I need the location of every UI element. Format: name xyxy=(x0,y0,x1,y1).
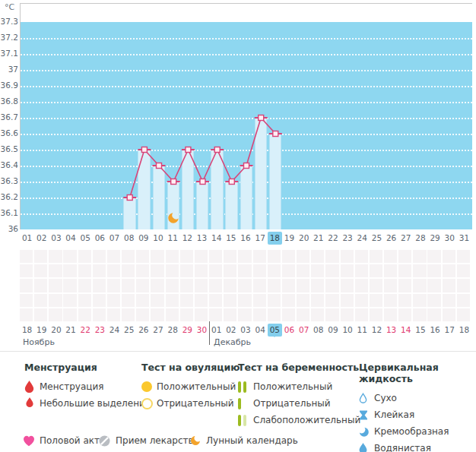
cycle-day-cell[interactable]: 04 xyxy=(63,232,78,245)
month-label-december: Декабрь xyxy=(214,337,251,347)
calendar-date-cell[interactable]: 03 xyxy=(238,324,252,337)
calendar-date-cell[interactable]: 10 xyxy=(341,324,355,337)
calendar-date-cell[interactable]: 22 xyxy=(78,324,93,337)
temp-point-marker[interactable] xyxy=(186,147,191,153)
calendar-date-cell[interactable]: 19 xyxy=(34,324,49,337)
legend-item: Водянистая xyxy=(359,440,476,452)
y-tick-label: 36.9 xyxy=(0,81,18,90)
cycle-day-cell[interactable]: 30 xyxy=(443,232,457,245)
legend-section-1: МенструацияМенструацияНебольшие выделени… xyxy=(24,362,151,412)
cycle-day-cell[interactable]: 07 xyxy=(107,232,122,245)
cycle-day-cell[interactable]: 11 xyxy=(166,232,180,245)
calendar-date-cell[interactable]: 08 xyxy=(311,324,325,337)
calendar-date-cell[interactable]: 21 xyxy=(63,324,78,337)
calendar-date-cell[interactable]: 01 xyxy=(209,324,224,337)
calendar-date-cell[interactable]: 24 xyxy=(107,324,122,337)
calendar-date-cell[interactable]: 05 xyxy=(268,324,282,337)
legend-item: Положительный xyxy=(238,378,360,395)
cycle-day-cell[interactable]: 28 xyxy=(413,232,427,245)
calendar-date-cell[interactable]: 27 xyxy=(151,324,165,337)
cycle-day-cell[interactable]: 02 xyxy=(34,232,49,245)
y-tick-label: 37.1 xyxy=(0,49,18,58)
cycle-day-cell[interactable]: 09 xyxy=(136,232,151,245)
calendar-date-cell[interactable]: 07 xyxy=(297,324,311,337)
cycle-day-cell[interactable]: 13 xyxy=(195,232,209,245)
cycle-day-cell[interactable]: 24 xyxy=(355,232,370,245)
calendar-date-cell[interactable]: 17 xyxy=(443,324,457,337)
cycle-day-cell[interactable]: 31 xyxy=(457,232,471,245)
cycle-day-cell[interactable]: 08 xyxy=(122,232,136,245)
cycle-day-cell[interactable]: 27 xyxy=(398,232,413,245)
legend-item: Слабоположительный xyxy=(238,412,360,428)
cycle-day-cell[interactable]: 19 xyxy=(282,232,297,245)
cycle-day-cell[interactable]: 20 xyxy=(297,232,311,245)
calendar-date-cell[interactable]: 25 xyxy=(122,324,136,337)
month-label-november: Ноябрь xyxy=(23,337,55,347)
calendar-date-cell[interactable]: 04 xyxy=(253,324,268,337)
temp-point-marker[interactable] xyxy=(214,147,220,153)
legend-section-title: Цервикальная жидкость xyxy=(359,362,476,384)
calendar-date-cell[interactable]: 28 xyxy=(166,324,180,337)
legend-extra-item: Половой акт xyxy=(23,433,100,448)
temp-point-marker[interactable] xyxy=(259,115,264,121)
calendar-date-cell[interactable]: 12 xyxy=(370,324,384,337)
cycle-day-cell[interactable]: 06 xyxy=(93,232,107,245)
calendar-date-cell[interactable]: 29 xyxy=(180,324,195,337)
temp-point-marker[interactable] xyxy=(127,195,132,201)
calendar-date-cell[interactable]: 15 xyxy=(413,324,427,337)
calendar-date-cell[interactable]: 02 xyxy=(224,324,238,337)
calendar-date-cell[interactable]: 18 xyxy=(457,324,471,337)
temp-point-marker[interactable] xyxy=(141,147,147,153)
legend-item-label: Менструация xyxy=(40,381,103,392)
temp-point-marker[interactable] xyxy=(273,131,278,137)
cycle-day-cell[interactable]: 17 xyxy=(253,232,268,245)
legend-item-label: Прием лекарств xyxy=(116,435,194,446)
calendar-date-cell[interactable]: 23 xyxy=(93,324,107,337)
cycle-day-cell[interactable]: 14 xyxy=(209,232,224,245)
lunar-calendar-moon-icon xyxy=(189,435,206,447)
cycle-day-cell[interactable]: 25 xyxy=(370,232,384,245)
calendar-date-cell[interactable]: 11 xyxy=(355,324,370,337)
calendar-date-cell[interactable]: 16 xyxy=(428,324,443,337)
calendar-date-cell[interactable]: 06 xyxy=(282,324,297,337)
calendar-date-cell[interactable]: 09 xyxy=(325,324,340,337)
calendar-date-cell[interactable]: 30 xyxy=(195,324,209,337)
temp-point-marker[interactable] xyxy=(200,179,205,185)
temperature-line xyxy=(21,4,472,229)
calendar-date-cell[interactable]: 26 xyxy=(136,324,151,337)
temp-point-marker[interactable] xyxy=(157,163,162,169)
calendar-date-cell[interactable]: 14 xyxy=(398,324,413,337)
legend-section-2: Тест на овуляциюПоложительныйОтрицательн… xyxy=(141,362,240,412)
calendar-date-cell[interactable]: 20 xyxy=(49,324,63,337)
cycle-day-cell[interactable]: 26 xyxy=(384,232,398,245)
cycle-day-cell[interactable]: 16 xyxy=(238,232,252,245)
pregnancy-positive-icon xyxy=(238,381,253,393)
legend-item: Отрицательный xyxy=(238,395,360,412)
month-divider xyxy=(209,321,210,345)
cycle-day-cell[interactable]: 05 xyxy=(78,232,93,245)
temp-point-marker[interactable] xyxy=(229,179,234,185)
legend-item: Менструация xyxy=(24,378,151,395)
cycle-day-cell[interactable]: 03 xyxy=(49,232,63,245)
temp-point-marker[interactable] xyxy=(244,163,249,169)
temperature-plot-area xyxy=(20,3,472,229)
cycle-day-cell[interactable]: 23 xyxy=(341,232,355,245)
cycle-day-cell[interactable]: 10 xyxy=(151,232,165,245)
spotting-drop-icon xyxy=(24,397,40,409)
temp-point-marker[interactable] xyxy=(171,179,176,185)
cycle-day-cell[interactable]: 18 xyxy=(268,232,282,245)
cycle-day-cell[interactable]: 12 xyxy=(180,232,195,245)
y-tick-label: 36.6 xyxy=(0,128,18,137)
legend-item: Положительный xyxy=(141,378,240,395)
cycle-day-cell[interactable]: 22 xyxy=(325,232,340,245)
cycle-day-cell[interactable]: 01 xyxy=(20,232,34,245)
lunar-calendar-moon-icon xyxy=(167,211,180,225)
cycle-day-cell[interactable]: 21 xyxy=(311,232,325,245)
legend-item-label: Половой акт xyxy=(40,435,100,446)
cycle-day-cell[interactable]: 29 xyxy=(428,232,443,245)
sticker-grid[interactable] xyxy=(20,250,471,323)
cycle-day-cell[interactable]: 15 xyxy=(224,232,238,245)
legend-item: Кремообразная xyxy=(359,423,476,440)
calendar-date-cell[interactable]: 13 xyxy=(384,324,398,337)
calendar-date-cell[interactable]: 18 xyxy=(20,324,34,337)
